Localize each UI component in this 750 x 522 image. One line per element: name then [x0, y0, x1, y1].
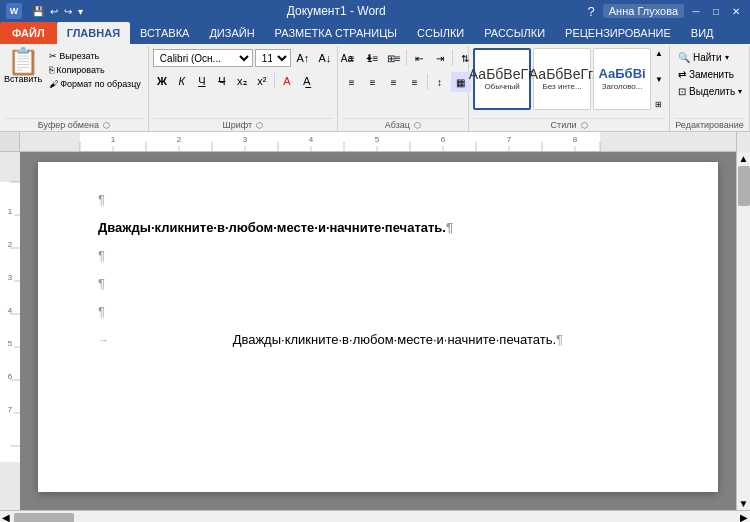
- tab-view[interactable]: ВИД: [681, 22, 724, 44]
- highlight-btn[interactable]: А̲: [298, 72, 316, 90]
- tab-review[interactable]: РЕЦЕНЗИРОВАНИЕ: [555, 22, 681, 44]
- horizontal-scrollbar[interactable]: ◀ ▶: [0, 510, 750, 522]
- replace-btn[interactable]: ⇄ Заменить: [674, 67, 738, 82]
- search-icon: 🔍: [678, 52, 690, 63]
- svg-text:1: 1: [111, 135, 116, 144]
- document-scroll-area[interactable]: ¶ Дважды·кликните·в·любом·месте·и·начнит…: [20, 152, 736, 510]
- styles-expand-icon[interactable]: ⬡: [581, 121, 588, 130]
- decrease-indent-btn[interactable]: ⇤: [409, 48, 429, 68]
- styles-group: АаБбВеГг, Обычный АаБбВеГг, Без инте... …: [469, 46, 670, 131]
- tab-mailings[interactable]: РАССЫЛКИ: [474, 22, 555, 44]
- bold-btn[interactable]: Ж: [153, 72, 171, 90]
- style-normal-preview: АаБбВеГг,: [469, 67, 535, 82]
- strikethrough-btn[interactable]: Ч: [213, 72, 231, 90]
- scroll-down-btn[interactable]: ▼: [737, 497, 750, 510]
- bullets-btn[interactable]: ≡: [342, 48, 362, 68]
- maximize-btn[interactable]: □: [708, 4, 724, 18]
- clipboard-sub-buttons: ✂Вырезать ⎘Копировать 🖌Формат по образцу: [46, 48, 144, 90]
- superscript-btn[interactable]: х²: [253, 72, 271, 90]
- undo-qa-btn[interactable]: ↩: [48, 6, 60, 17]
- tab-file[interactable]: ФАЙЛ: [0, 22, 57, 44]
- grow-font-btn[interactable]: A↑: [293, 48, 313, 68]
- ruler-corner: [0, 132, 20, 152]
- styles-label: Стили ⬡: [473, 118, 665, 131]
- document-container: 1 2 3 4 5 6 7 ¶ Дважды·кликните·в·любом·…: [0, 152, 750, 510]
- user-info[interactable]: Анна Глухова: [603, 4, 684, 18]
- paragraph-group: ≡ 1≡ ⊞≡ ⇤ ⇥ ⇅ ¶ ≡ ≡ ≡ ≡ ↕ ▦ ⊞ Аб: [338, 46, 469, 131]
- line-spacing-btn[interactable]: ↕: [430, 72, 450, 92]
- save-qa-btn[interactable]: 💾: [30, 6, 46, 17]
- document-page[interactable]: ¶ Дважды·кликните·в·любом·месте·и·начнит…: [38, 162, 718, 492]
- text-color-btn[interactable]: А: [278, 72, 296, 90]
- style-heading1-label: Заголово...: [602, 82, 643, 91]
- paste-label: Вставить: [4, 74, 42, 84]
- scroll-left-btn[interactable]: ◀: [0, 512, 12, 522]
- style-normal-label: Обычный: [484, 82, 519, 91]
- svg-text:8: 8: [573, 135, 578, 144]
- shading-btn[interactable]: ▦: [451, 72, 471, 92]
- minimize-btn[interactable]: ─: [688, 4, 704, 18]
- doc-line-3: ¶: [98, 248, 658, 268]
- cut-btn[interactable]: ✂Вырезать: [46, 50, 144, 62]
- select-dropdown-icon[interactable]: ▾: [738, 87, 742, 96]
- replace-icon: ⇄: [678, 69, 686, 80]
- close-btn[interactable]: ✕: [728, 4, 744, 18]
- italic-btn[interactable]: К: [173, 72, 191, 90]
- tab-references[interactable]: ССЫЛКИ: [407, 22, 474, 44]
- svg-text:7: 7: [507, 135, 512, 144]
- style-normal[interactable]: АаБбВеГг, Обычный: [473, 48, 531, 110]
- multilevel-btn[interactable]: ⊞≡: [384, 48, 404, 68]
- title-bar-left: W 💾 ↩ ↪ ▾: [6, 3, 85, 19]
- clipboard-expand-icon[interactable]: ⬡: [103, 121, 110, 130]
- para-mark-5: ¶: [98, 304, 105, 319]
- subscript-btn[interactable]: х₂: [233, 72, 251, 90]
- font-expand-icon[interactable]: ⬡: [256, 121, 263, 130]
- font-size-select[interactable]: 11: [255, 49, 291, 67]
- doc-text-2: Дважды·кликните·в·любом·месте·и·начните·…: [233, 332, 556, 347]
- styles-up-btn[interactable]: ▲: [653, 48, 665, 59]
- align-right-btn[interactable]: ≡: [384, 72, 404, 92]
- svg-rect-1: [80, 132, 600, 152]
- paragraph-expand-icon[interactable]: ⬡: [414, 121, 421, 130]
- paste-btn[interactable]: 📋 Вставить: [4, 48, 42, 84]
- align-left-btn[interactable]: ≡: [342, 72, 362, 92]
- justify-btn[interactable]: ≡: [405, 72, 425, 92]
- style-no-spacing-preview: АаБбВеГг,: [529, 67, 595, 82]
- ribbon: 📋 Вставить ✂Вырезать ⎘Копировать 🖌Формат…: [0, 44, 750, 132]
- styles-down-btn[interactable]: ▼: [653, 74, 665, 85]
- tab-home[interactable]: ГЛАВНАЯ: [57, 22, 130, 44]
- find-label: Найти: [693, 52, 722, 63]
- tab-insert[interactable]: ВСТАВКА: [130, 22, 199, 44]
- find-dropdown-icon[interactable]: ▾: [725, 53, 729, 62]
- h-scroll-thumb[interactable]: [14, 513, 74, 523]
- svg-text:4: 4: [309, 135, 314, 144]
- styles-more-btn[interactable]: ⊞: [653, 99, 665, 110]
- tab-design[interactable]: ДИЗАЙН: [199, 22, 264, 44]
- format-painter-btn[interactable]: 🖌Формат по образцу: [46, 78, 144, 90]
- scroll-right-btn[interactable]: ▶: [738, 512, 750, 522]
- select-btn[interactable]: ⊡ Выделить ▾: [674, 84, 746, 99]
- ruler-corner-right: [736, 132, 750, 152]
- scroll-up-btn[interactable]: ▲: [737, 152, 750, 165]
- sep2: [406, 50, 407, 66]
- separator1: [274, 73, 275, 89]
- style-heading1[interactable]: АаБбВi Заголово...: [593, 48, 651, 110]
- find-btn[interactable]: 🔍 Найти ▾: [674, 50, 733, 65]
- more-qa-btn[interactable]: ▾: [76, 6, 85, 17]
- paste-icon: 📋: [7, 48, 39, 74]
- numbering-btn[interactable]: 1≡: [363, 48, 383, 68]
- font-name-select[interactable]: Calibri (Осн...: [153, 49, 253, 67]
- align-center-btn[interactable]: ≡: [363, 72, 383, 92]
- copy-btn[interactable]: ⎘Копировать: [46, 64, 144, 76]
- increase-indent-btn[interactable]: ⇥: [430, 48, 450, 68]
- underline-btn[interactable]: Ч: [193, 72, 211, 90]
- editing-content: 🔍 Найти ▾ ⇄ Заменить ⊡ Выделить ▾: [674, 48, 745, 118]
- tab-layout[interactable]: РАЗМЕТКА СТРАНИЦЫ: [265, 22, 407, 44]
- vertical-scrollbar[interactable]: ▲ ▼: [736, 152, 750, 510]
- scroll-thumb[interactable]: [738, 166, 750, 206]
- title-bar: W 💾 ↩ ↪ ▾ Документ1 - Word ? Анна Глухов…: [0, 0, 750, 22]
- style-no-spacing[interactable]: АаБбВеГг, Без инте...: [533, 48, 591, 110]
- shrink-font-btn[interactable]: A↓: [315, 48, 335, 68]
- help-btn[interactable]: ?: [588, 4, 595, 19]
- redo-qa-btn[interactable]: ↪: [62, 6, 74, 17]
